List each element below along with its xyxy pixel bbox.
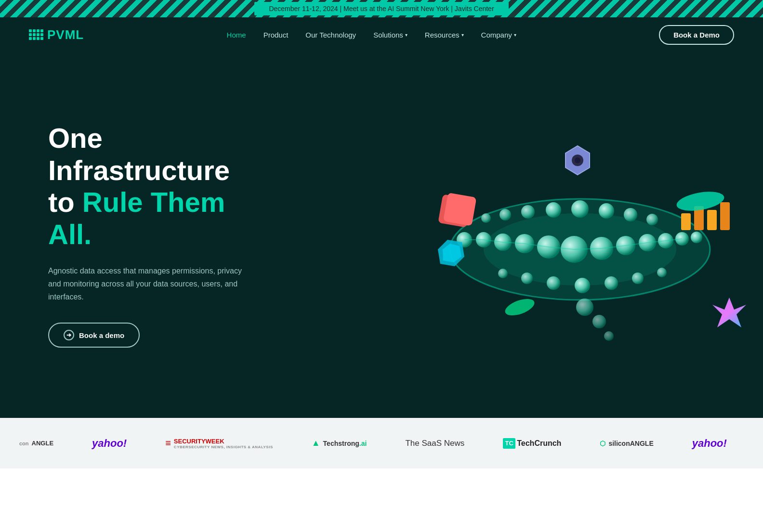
svg-marker-45 bbox=[712, 298, 746, 327]
logo-silicon-angle-partial: conANGLE bbox=[19, 440, 53, 447]
logo-link[interactable]: PVML bbox=[29, 27, 84, 42]
hero-content: One Infrastructure to Rule Them All. Agn… bbox=[0, 122, 270, 348]
hero-illustration bbox=[402, 91, 763, 379]
logo-techcrunch-1: TC TechCrunch bbox=[503, 438, 561, 449]
hero-subtitle: Agnostic data access that manages permis… bbox=[48, 264, 255, 304]
nav-links: Home Product Our Technology Solutions ▾ … bbox=[227, 31, 516, 39]
chevron-down-icon: ▾ bbox=[514, 32, 516, 38]
nav-link-product[interactable]: Product bbox=[263, 31, 289, 39]
nav-item-solutions[interactable]: Solutions ▾ bbox=[373, 31, 408, 39]
logo-yahoo-2: yahoo! bbox=[692, 437, 727, 450]
hero-svg bbox=[402, 91, 763, 379]
logo-yahoo-1: yahoo! bbox=[92, 437, 127, 450]
nav-link-home[interactable]: Home bbox=[227, 31, 246, 39]
svg-rect-36 bbox=[707, 210, 717, 230]
svg-rect-34 bbox=[681, 213, 691, 230]
nav-link-company[interactable]: Company ▾ bbox=[481, 31, 516, 39]
svg-point-13 bbox=[691, 232, 702, 243]
svg-point-28 bbox=[657, 268, 667, 277]
svg-point-31 bbox=[604, 331, 614, 341]
banner-text: December 11-12, 2024 | Meet us at the AI… bbox=[254, 2, 508, 15]
svg-point-22 bbox=[498, 269, 508, 278]
svg-point-30 bbox=[592, 315, 606, 328]
svg-point-25 bbox=[575, 278, 590, 293]
logo-saas-news-1: The SaaS News bbox=[405, 439, 464, 448]
svg-point-24 bbox=[547, 276, 560, 290]
svg-point-17 bbox=[546, 202, 561, 218]
logos-bar: conANGLE yahoo! ≡ SECURITYWEEK CYBERSECU… bbox=[0, 418, 763, 468]
svg-point-20 bbox=[624, 208, 637, 221]
svg-point-15 bbox=[500, 209, 511, 221]
hero-cta-button[interactable]: ➔ Book a demo bbox=[48, 323, 140, 348]
logo-silicon-angle-2: ⬡ siliconANGLE bbox=[600, 440, 653, 447]
svg-rect-33 bbox=[443, 193, 477, 226]
nav-link-technology[interactable]: Our Technology bbox=[305, 31, 356, 39]
nav-link-solutions[interactable]: Solutions ▾ bbox=[373, 31, 408, 39]
svg-point-16 bbox=[521, 205, 535, 219]
navbar: PVML Home Product Our Technology Solutio… bbox=[0, 17, 763, 52]
illustration-container bbox=[402, 91, 763, 379]
svg-point-14 bbox=[481, 213, 491, 223]
logo-techstrong-1: ▲ Techstrong.ai bbox=[312, 438, 367, 448]
nav-item-technology[interactable]: Our Technology bbox=[305, 31, 356, 39]
logo-securityweek-1: ≡ SECURITYWEEK CYBERSECURITY NEWS, INSIG… bbox=[165, 438, 273, 449]
announcement-banner: December 11-12, 2024 | Meet us at the AI… bbox=[0, 0, 763, 17]
svg-point-26 bbox=[605, 276, 618, 290]
chevron-down-icon: ▾ bbox=[461, 32, 464, 38]
nav-link-resources[interactable]: Resources ▾ bbox=[425, 31, 464, 39]
svg-point-21 bbox=[646, 214, 658, 225]
nav-item-company[interactable]: Company ▾ bbox=[481, 31, 516, 39]
svg-point-29 bbox=[576, 298, 593, 316]
nav-item-resources[interactable]: Resources ▾ bbox=[425, 31, 464, 39]
nav-item-home[interactable]: Home bbox=[227, 31, 246, 39]
svg-point-27 bbox=[632, 272, 644, 284]
logo-icon bbox=[29, 29, 43, 40]
cta-circle-icon: ➔ bbox=[64, 330, 74, 340]
hero-section: One Infrastructure to Rule Them All. Agn… bbox=[0, 52, 763, 418]
svg-point-40 bbox=[575, 157, 580, 163]
svg-rect-37 bbox=[720, 202, 730, 230]
svg-point-42 bbox=[503, 296, 537, 319]
svg-point-23 bbox=[521, 272, 533, 284]
logos-track: conANGLE yahoo! ≡ SECURITYWEEK CYBERSECU… bbox=[0, 437, 763, 450]
svg-point-18 bbox=[571, 200, 589, 218]
chevron-down-icon: ▾ bbox=[405, 32, 408, 38]
logo-text: PVML bbox=[47, 27, 84, 42]
hero-title: One Infrastructure to Rule Them All. bbox=[48, 122, 270, 251]
nav-item-product[interactable]: Product bbox=[263, 31, 289, 39]
book-demo-button[interactable]: Book a Demo bbox=[659, 25, 734, 45]
svg-point-19 bbox=[599, 203, 614, 219]
